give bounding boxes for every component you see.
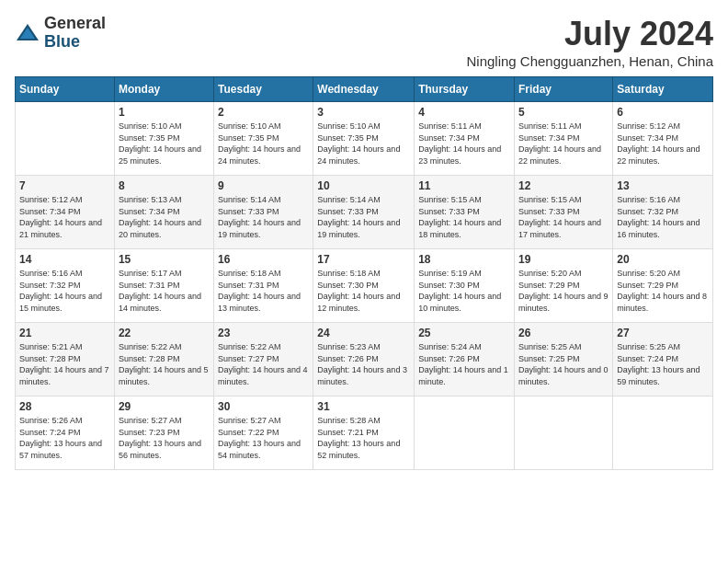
day-number: 3 (317, 106, 410, 119)
day-number: 2 (218, 106, 309, 119)
header-friday: Friday (515, 77, 613, 102)
calendar-cell: 10Sunrise: 5:14 AMSunset: 7:33 PMDayligh… (313, 176, 415, 249)
calendar-cell: 18Sunrise: 5:19 AMSunset: 7:30 PMDayligh… (415, 249, 515, 323)
calendar-week-2: 7Sunrise: 5:12 AMSunset: 7:34 PMDaylight… (16, 176, 713, 249)
calendar-cell: 15Sunrise: 5:17 AMSunset: 7:31 PMDayligh… (114, 249, 213, 323)
day-info: Sunrise: 5:11 AMSunset: 7:34 PMDaylight:… (418, 121, 510, 167)
header-sunday: Sunday (16, 77, 115, 102)
day-number: 20 (617, 253, 709, 266)
day-info: Sunrise: 5:22 AMSunset: 7:28 PMDaylight:… (119, 341, 210, 387)
day-info: Sunrise: 5:18 AMSunset: 7:31 PMDaylight:… (218, 268, 309, 314)
day-number: 27 (617, 327, 709, 339)
day-number: 22 (119, 327, 210, 339)
calendar-cell: 17Sunrise: 5:18 AMSunset: 7:30 PMDayligh… (313, 249, 415, 323)
day-info: Sunrise: 5:20 AMSunset: 7:29 PMDaylight:… (518, 268, 609, 314)
calendar-cell: 11Sunrise: 5:15 AMSunset: 7:33 PMDayligh… (415, 176, 515, 249)
calendar-cell: 12Sunrise: 5:15 AMSunset: 7:33 PMDayligh… (515, 176, 613, 249)
day-number: 28 (19, 400, 110, 413)
calendar-cell: 8Sunrise: 5:13 AMSunset: 7:34 PMDaylight… (114, 176, 213, 249)
day-number: 7 (19, 179, 110, 192)
calendar-cell: 30Sunrise: 5:27 AMSunset: 7:22 PMDayligh… (214, 396, 313, 470)
calendar-cell: 25Sunrise: 5:24 AMSunset: 7:26 PMDayligh… (415, 323, 515, 396)
day-info: Sunrise: 5:16 AMSunset: 7:32 PMDaylight:… (19, 268, 110, 314)
day-info: Sunrise: 5:22 AMSunset: 7:27 PMDaylight:… (218, 341, 309, 387)
day-info: Sunrise: 5:15 AMSunset: 7:33 PMDaylight:… (418, 194, 510, 240)
logo-general-text: General (44, 15, 106, 33)
day-number: 25 (418, 327, 510, 339)
day-info: Sunrise: 5:26 AMSunset: 7:24 PMDaylight:… (19, 415, 110, 461)
logo: General Blue (15, 15, 106, 52)
calendar-week-3: 14Sunrise: 5:16 AMSunset: 7:32 PMDayligh… (16, 249, 713, 323)
calendar-cell: 14Sunrise: 5:16 AMSunset: 7:32 PMDayligh… (16, 249, 115, 323)
day-info: Sunrise: 5:28 AMSunset: 7:21 PMDaylight:… (317, 415, 410, 461)
day-info: Sunrise: 5:13 AMSunset: 7:34 PMDaylight:… (119, 194, 210, 240)
calendar-cell: 23Sunrise: 5:22 AMSunset: 7:27 PMDayligh… (214, 323, 313, 396)
day-number: 26 (518, 327, 609, 339)
day-number: 11 (418, 179, 510, 192)
day-number: 5 (518, 106, 609, 119)
calendar-cell: 4Sunrise: 5:11 AMSunset: 7:34 PMDaylight… (415, 102, 515, 176)
calendar-header-row: SundayMondayTuesdayWednesdayThursdayFrid… (16, 77, 713, 102)
day-info: Sunrise: 5:24 AMSunset: 7:26 PMDaylight:… (418, 341, 510, 387)
day-number: 21 (19, 327, 110, 339)
calendar-cell: 7Sunrise: 5:12 AMSunset: 7:34 PMDaylight… (16, 176, 115, 249)
calendar-cell (515, 396, 613, 470)
day-number: 31 (317, 400, 410, 413)
header-monday: Monday (114, 77, 213, 102)
day-info: Sunrise: 5:25 AMSunset: 7:24 PMDaylight:… (617, 341, 709, 387)
day-info: Sunrise: 5:10 AMSunset: 7:35 PMDaylight:… (218, 121, 309, 167)
header-wednesday: Wednesday (313, 77, 415, 102)
calendar-cell: 26Sunrise: 5:25 AMSunset: 7:25 PMDayligh… (515, 323, 613, 396)
calendar-cell (613, 396, 713, 470)
logo-blue-text: Blue (44, 33, 106, 52)
day-info: Sunrise: 5:23 AMSunset: 7:26 PMDaylight:… (317, 341, 410, 387)
month-title: July 2024 (466, 15, 713, 53)
header-thursday: Thursday (415, 77, 515, 102)
day-info: Sunrise: 5:11 AMSunset: 7:34 PMDaylight:… (518, 121, 609, 167)
calendar-cell (16, 102, 115, 176)
day-info: Sunrise: 5:14 AMSunset: 7:33 PMDaylight:… (218, 194, 309, 240)
calendar-cell: 20Sunrise: 5:20 AMSunset: 7:29 PMDayligh… (613, 249, 713, 323)
day-number: 10 (317, 179, 410, 192)
calendar-cell: 24Sunrise: 5:23 AMSunset: 7:26 PMDayligh… (313, 323, 415, 396)
day-info: Sunrise: 5:12 AMSunset: 7:34 PMDaylight:… (19, 194, 110, 240)
calendar-week-1: 1Sunrise: 5:10 AMSunset: 7:35 PMDaylight… (16, 102, 713, 176)
calendar-week-5: 28Sunrise: 5:26 AMSunset: 7:24 PMDayligh… (16, 396, 713, 470)
day-number: 9 (218, 179, 309, 192)
calendar-week-4: 21Sunrise: 5:21 AMSunset: 7:28 PMDayligh… (16, 323, 713, 396)
calendar-cell: 13Sunrise: 5:16 AMSunset: 7:32 PMDayligh… (613, 176, 713, 249)
header-saturday: Saturday (613, 77, 713, 102)
day-number: 17 (317, 253, 410, 266)
logo-icon (15, 20, 40, 46)
day-number: 8 (119, 179, 210, 192)
calendar-cell: 16Sunrise: 5:18 AMSunset: 7:31 PMDayligh… (214, 249, 313, 323)
logo-text: General Blue (44, 15, 106, 52)
calendar-cell: 27Sunrise: 5:25 AMSunset: 7:24 PMDayligh… (613, 323, 713, 396)
day-info: Sunrise: 5:10 AMSunset: 7:35 PMDaylight:… (119, 121, 210, 167)
calendar-cell: 6Sunrise: 5:12 AMSunset: 7:34 PMDaylight… (613, 102, 713, 176)
day-number: 23 (218, 327, 309, 339)
calendar-cell: 31Sunrise: 5:28 AMSunset: 7:21 PMDayligh… (313, 396, 415, 470)
header-tuesday: Tuesday (214, 77, 313, 102)
day-info: Sunrise: 5:15 AMSunset: 7:33 PMDaylight:… (518, 194, 609, 240)
day-number: 29 (119, 400, 210, 413)
title-block: July 2024 Ningling Chengguanzhen, Henan,… (466, 15, 713, 69)
day-number: 15 (119, 253, 210, 266)
day-info: Sunrise: 5:18 AMSunset: 7:30 PMDaylight:… (317, 268, 410, 314)
calendar-cell: 22Sunrise: 5:22 AMSunset: 7:28 PMDayligh… (114, 323, 213, 396)
calendar-cell: 21Sunrise: 5:21 AMSunset: 7:28 PMDayligh… (16, 323, 115, 396)
day-info: Sunrise: 5:27 AMSunset: 7:23 PMDaylight:… (119, 415, 210, 461)
day-number: 12 (518, 179, 609, 192)
day-info: Sunrise: 5:19 AMSunset: 7:30 PMDaylight:… (418, 268, 510, 314)
day-info: Sunrise: 5:10 AMSunset: 7:35 PMDaylight:… (317, 121, 410, 167)
day-info: Sunrise: 5:17 AMSunset: 7:31 PMDaylight:… (119, 268, 210, 314)
calendar-cell: 28Sunrise: 5:26 AMSunset: 7:24 PMDayligh… (16, 396, 115, 470)
calendar-cell: 9Sunrise: 5:14 AMSunset: 7:33 PMDaylight… (214, 176, 313, 249)
calendar-cell (415, 396, 515, 470)
day-info: Sunrise: 5:20 AMSunset: 7:29 PMDaylight:… (617, 268, 709, 314)
day-info: Sunrise: 5:14 AMSunset: 7:33 PMDaylight:… (317, 194, 410, 240)
day-number: 19 (518, 253, 609, 266)
calendar-cell: 2Sunrise: 5:10 AMSunset: 7:35 PMDaylight… (214, 102, 313, 176)
day-info: Sunrise: 5:16 AMSunset: 7:32 PMDaylight:… (617, 194, 709, 240)
calendar-cell: 3Sunrise: 5:10 AMSunset: 7:35 PMDaylight… (313, 102, 415, 176)
